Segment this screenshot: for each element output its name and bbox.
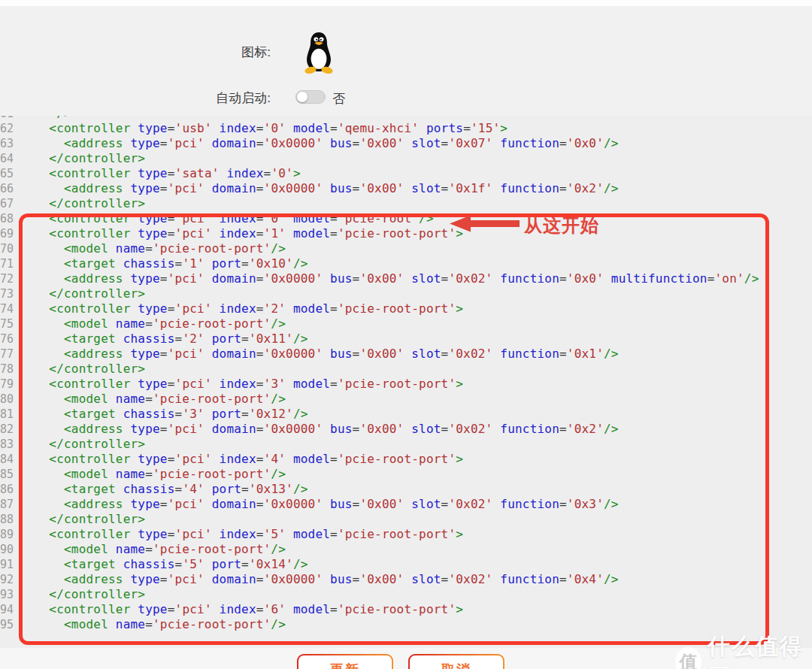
line-number: 78 [0, 362, 14, 377]
code-line: 64 </controller> [0, 151, 812, 166]
line-number: 85 [0, 467, 14, 482]
line-number: 72 [0, 271, 14, 286]
line-number: 92 [0, 572, 14, 587]
code-line: 86 <target chassis='4' port='0x13'/> [0, 482, 812, 497]
update-button[interactable]: 更新 [297, 654, 393, 669]
vm-settings-page: 图标: 自动启动: 否 61 />62 <controller type='us… [0, 0, 812, 669]
code-line: 83 </controller> [0, 437, 812, 452]
autostart-field-label: 自动启动: [216, 89, 271, 107]
line-number: 66 [0, 181, 14, 196]
line-number: 64 [0, 151, 14, 166]
line-number: 88 [0, 512, 14, 527]
line-number: 62 [0, 121, 14, 136]
code-line: 80 <model name='pcie-root-port'/> [0, 392, 812, 407]
code-line: 81 <target chassis='3' port='0x12'/> [0, 407, 812, 422]
code-line: 73 </controller> [0, 286, 812, 301]
line-number: 80 [0, 392, 14, 407]
line-number: 95 [0, 617, 14, 632]
code-line: 63 <address type='pci' domain='0x0000' b… [0, 136, 812, 151]
autostart-value-label: 否 [332, 90, 345, 107]
line-number: 90 [0, 542, 14, 557]
window-top-strip [0, 0, 812, 6]
code-line: 87 <address type='pci' domain='0x0000' b… [0, 497, 812, 512]
line-number: 84 [0, 452, 14, 467]
code-line: 68 <controller type='pci' index='0' mode… [0, 211, 812, 226]
line-number: 81 [0, 407, 14, 422]
code-line: 89 <controller type='pci' index='5' mode… [0, 527, 812, 542]
code-line: 79 <controller type='pci' index='3' mode… [0, 377, 812, 392]
autostart-toggle[interactable] [295, 90, 326, 104]
line-number: 74 [0, 301, 14, 316]
line-number: 75 [0, 316, 14, 331]
icon-field-label: 图标: [241, 44, 271, 61]
footer-bar [0, 648, 812, 669]
code-line: 71 <target chassis='1' port='0x10'/> [0, 256, 812, 271]
code-line: 61 /> [0, 116, 812, 121]
code-line: 78 </controller> [0, 362, 812, 377]
linux-tux-icon [299, 30, 338, 75]
code-line: 93 </controller> [0, 587, 812, 602]
line-number: 68 [0, 211, 14, 226]
code-line: 70 <model name='pcie-root-port'/> [0, 241, 812, 256]
line-number: 77 [0, 347, 14, 362]
line-number: 89 [0, 527, 14, 542]
line-number: 67 [0, 196, 14, 211]
line-number: 76 [0, 331, 14, 347]
line-number: 93 [0, 587, 14, 602]
line-number: 73 [0, 286, 14, 301]
line-number: 82 [0, 422, 14, 437]
code-line: 77 <address type='pci' domain='0x0000' b… [0, 347, 812, 362]
line-number: 70 [0, 241, 14, 256]
line-number: 69 [0, 226, 14, 241]
line-number: 87 [0, 497, 14, 512]
code-line: 69 <controller type='pci' index='1' mode… [0, 226, 812, 241]
code-line: 85 <model name='pcie-root-port'/> [0, 467, 812, 482]
code-line: 84 <controller type='pci' index='4' mode… [0, 452, 812, 467]
line-number: 71 [0, 256, 14, 271]
code-line: 76 <target chassis='2' port='0x11'/> [0, 331, 812, 347]
line-number: 86 [0, 482, 14, 497]
code-line: 94 <controller type='pci' index='6' mode… [0, 602, 812, 617]
line-number: 91 [0, 557, 14, 572]
code-line: 75 <model name='pcie-root-port'/> [0, 316, 812, 331]
code-line: 74 <controller type='pci' index='2' mode… [0, 301, 812, 316]
line-number: 83 [0, 437, 14, 452]
vm-form-header: 图标: 自动启动: 否 [0, 6, 812, 116]
code-line: 91 <target chassis='5' port='0x14'/> [0, 557, 812, 572]
code-line: 67 </controller> [0, 196, 812, 211]
code-line: 72 <address type='pci' domain='0x0000' b… [0, 271, 812, 286]
line-number: 63 [0, 136, 14, 151]
toggle-knob-icon [297, 92, 308, 102]
cancel-button[interactable]: 取消 [408, 654, 504, 669]
xml-code-editor[interactable]: 61 />62 <controller type='usb' index='0'… [0, 116, 812, 648]
code-line: 62 <controller type='usb' index='0' mode… [0, 121, 812, 136]
code-line: 95 <model name='pcie-root-port'/> [0, 617, 812, 632]
code-line: 92 <address type='pci' domain='0x0000' b… [0, 572, 812, 587]
code-line: 82 <address type='pci' domain='0x0000' b… [0, 422, 812, 437]
line-number: 79 [0, 377, 14, 392]
code-line: 66 <address type='pci' domain='0x0000' b… [0, 181, 812, 196]
line-number: 94 [0, 602, 14, 617]
line-number: 65 [0, 166, 14, 181]
code-line: 90 <model name='pcie-root-port'/> [0, 542, 812, 557]
code-line: 88 </controller> [0, 512, 812, 527]
line-number: 61 [0, 116, 14, 121]
code-line: 65 <controller type='sata' index='0'> [0, 166, 812, 181]
